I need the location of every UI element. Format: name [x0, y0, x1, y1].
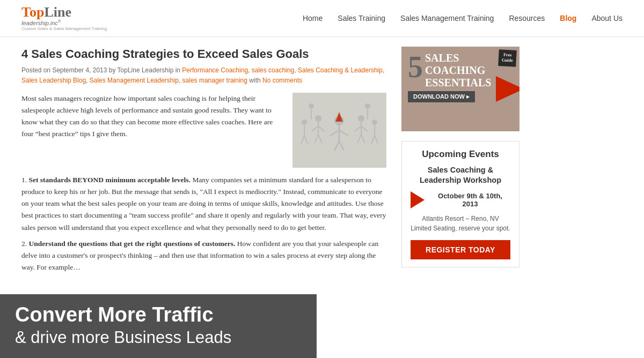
events-title: Upcoming Events [411, 149, 510, 160]
ad-line1: SALES [425, 52, 491, 64]
meta-link-sc-leadership[interactable]: Sales Coaching & Leadership [298, 66, 383, 74]
svg-point-30 [365, 103, 370, 109]
event-date: October 9th & 10th, 2013 [430, 192, 510, 208]
nav-blog[interactable]: Blog [560, 14, 576, 23]
point2-num: 2. [21, 240, 29, 248]
post-intro-text: Most sales managers recognize how import… [21, 93, 285, 168]
point1-body: Many companies set a minimum standard fo… [21, 176, 386, 232]
svg-point-8 [315, 115, 321, 122]
article-content: 4 Sales Coaching Strategies to Exceed Sa… [21, 47, 386, 274]
point1: 1. Set standards BEYOND minimum acceptab… [21, 174, 386, 234]
post-image [292, 93, 386, 168]
point2: 2. Understand the questions that get the… [21, 238, 386, 274]
event-arrow-icon [411, 191, 425, 208]
post-body: 1. Set standards BEYOND minimum acceptab… [21, 174, 386, 274]
event-location: Atlantis Resort – Reno, NVLimited Seatin… [411, 214, 510, 234]
ad-free-badge: FreeGuide [498, 49, 516, 66]
event-name: Sales Coaching &Leadership Workshop [411, 165, 510, 186]
meta-link-blog[interactable]: Sales Leadership Blog [21, 77, 86, 84]
ad-line2: COACHING [425, 64, 491, 77]
meta-link-perf[interactable]: Performance Coaching [182, 66, 248, 74]
ad-number: 5 [408, 52, 423, 82]
nav-resources[interactable]: Resources [509, 14, 545, 23]
register-button[interactable]: REGISTER TODAY [411, 240, 510, 259]
main-nav: Home Sales Training Sales Management Tra… [303, 14, 623, 23]
logo-graphic: TopLine leadership.inc® Custom Sales & S… [21, 5, 107, 31]
event-date-row: October 9th & 10th, 2013 [411, 191, 510, 208]
header: TopLine leadership.inc® Custom Sales & S… [0, 0, 644, 37]
ad-cta: DOWNLOAD NOW ▸ [408, 91, 475, 102]
svg-point-14 [358, 115, 364, 122]
post-intro-block: Most sales managers recognize how import… [21, 93, 386, 168]
meta-link-training[interactable]: sales manager training [182, 77, 247, 84]
logo: TopLine leadership.inc® Custom Sales & S… [21, 5, 107, 31]
sidebar: 5 SALES COACHING ESSENTIALS DOWNLOAD NOW… [401, 47, 525, 274]
meta-link-sml[interactable]: Sales Management Leadership [90, 77, 179, 84]
nav-sales-training[interactable]: Sales Training [338, 14, 385, 23]
point2-label: Understand the questions that get the ri… [29, 240, 162, 248]
meta-link-coaching[interactable]: sales coaching [252, 66, 294, 74]
overlay-line1: Convert More Traffic [15, 303, 302, 327]
bottom-overlay: Convert More Traffic & drive more Busine… [0, 294, 317, 358]
meta-prefix: Posted on September 4, 2013 by TopLine L… [21, 66, 182, 74]
meta-link-comments[interactable]: No comments [262, 77, 302, 84]
overlay-line2: & drive more Business Leads [15, 327, 302, 347]
nav-home[interactable]: Home [303, 14, 323, 23]
point1-num: 1. [21, 176, 29, 184]
ad-text-block: SALES COACHING ESSENTIALS [425, 52, 491, 89]
post-title: 4 Sales Coaching Strategies to Exceed Sa… [21, 47, 386, 62]
svg-point-24 [372, 120, 377, 125]
ad-arrow [496, 76, 519, 102]
svg-point-20 [302, 120, 307, 125]
svg-point-28 [309, 103, 314, 109]
post-meta: Posted on September 4, 2013 by TopLine L… [21, 65, 386, 86]
ad-box[interactable]: 5 SALES COACHING ESSENTIALS DOWNLOAD NOW… [401, 47, 519, 131]
main-container: 4 Sales Coaching Strategies to Exceed Sa… [0, 37, 644, 284]
point1-label: Set standards BEYOND minimum acceptable … [29, 176, 191, 184]
ad-line3: ESSENTIALS [425, 77, 491, 89]
nav-about[interactable]: About Us [591, 14, 623, 23]
nav-sales-mgmt[interactable]: Sales Management Training [400, 14, 494, 23]
people-illustration [292, 93, 386, 168]
events-box: Upcoming Events Sales Coaching &Leadersh… [401, 141, 519, 267]
